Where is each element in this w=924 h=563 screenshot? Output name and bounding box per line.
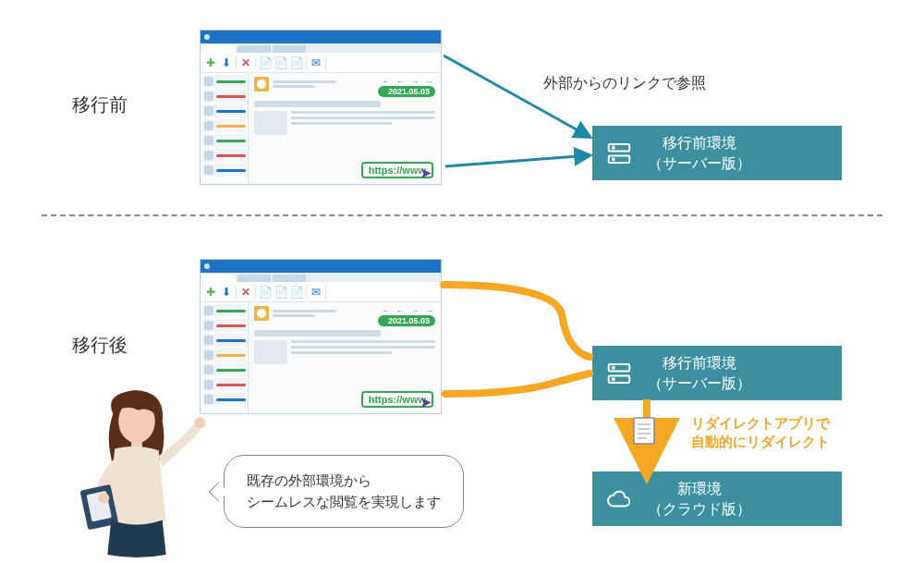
plus-icon: ✚ — [204, 56, 217, 69]
external-link-label: 外部からのリンクで参照 — [543, 74, 706, 93]
app-window-after: ✚ ⬇ ✕ 📄 📄 📄 ✉ ← ← — [200, 259, 442, 414]
mail-icon: ✉ — [310, 286, 322, 299]
url-box: https://www ➤ — [361, 162, 433, 178]
svg-point-10 — [194, 418, 205, 429]
redirect-line1: リダイレクトアプリで — [691, 414, 830, 433]
app-sidebar — [201, 302, 249, 413]
app-toolbar: ✚ ⬇ ✕ 📄 📄 📄 ✉ — [201, 282, 441, 302]
env-after-new-line2: （クラウド版） — [648, 499, 751, 520]
app-window-before: ✚ ⬇ ✕ 📄 📄 📄 ✉ ← ← — [200, 30, 442, 185]
arrow-after-top — [444, 285, 590, 357]
svg-point-13 — [98, 493, 109, 504]
env-before-server: 移行前環境 （サーバー版） — [592, 126, 842, 180]
app-main: ← ← → → 2021.05.03 https://www ➤ — [249, 302, 441, 413]
app-titlebar — [201, 31, 441, 43]
doc-icon: 📄 — [274, 56, 287, 69]
svg-point-3 — [613, 158, 614, 160]
label-before: 移行前 — [72, 92, 128, 117]
doc-icon: 📄 — [259, 286, 272, 299]
env-after-old-server: 移行前環境 （サーバー版） — [592, 346, 842, 400]
nav-arrows: ← ← → → — [382, 306, 435, 315]
delete-icon: ✕ — [239, 56, 252, 69]
app-sidebar — [201, 73, 249, 184]
plus-icon: ✚ — [204, 286, 217, 299]
download-icon: ⬇ — [220, 56, 233, 69]
cursor-icon: ➤ — [420, 165, 432, 180]
svg-point-5 — [613, 366, 614, 368]
cloud-icon — [603, 483, 635, 515]
app-tabs — [201, 43, 441, 53]
delete-icon: ✕ — [239, 286, 252, 299]
env-after-new-line1: 新環境 — [648, 479, 751, 499]
date-badge: 2021.05.03 — [378, 315, 435, 326]
bubble-line2: シームレスな閲覧を実現します — [247, 492, 441, 513]
doc-icon: 📄 — [290, 286, 303, 299]
download-icon: ⬇ — [220, 286, 233, 299]
env-before-line2: （サーバー版） — [648, 153, 751, 174]
app-toolbar: ✚ ⬇ ✕ 📄 📄 📄 ✉ — [201, 53, 441, 73]
thumbnail — [254, 111, 287, 135]
arrow-before-top — [444, 55, 590, 137]
speech-bubble: 既存の外部環境から シームレスな閲覧を実現します — [224, 455, 464, 528]
person-illustration — [67, 385, 205, 558]
env-after-new-cloud: 新環境 （クラウド版） — [592, 471, 842, 526]
bubble-line1: 既存の外部環境から — [247, 471, 441, 492]
document-icon — [634, 418, 654, 444]
svg-point-1 — [613, 146, 614, 148]
server-icon — [603, 138, 635, 169]
avatar-icon — [254, 77, 269, 92]
url-box: https://www ➤ — [361, 391, 433, 408]
doc-icon: 📄 — [290, 56, 303, 69]
svg-point-7 — [613, 378, 614, 380]
thumbnail — [254, 340, 287, 364]
arrow-before-url — [445, 155, 590, 166]
env-after-old-line2: （サーバー版） — [648, 373, 751, 394]
label-after: 移行後 — [72, 333, 128, 358]
nav-arrows: ← ← → → — [382, 77, 435, 86]
arrow-after-url — [445, 373, 590, 394]
doc-icon: 📄 — [259, 56, 272, 69]
app-main: ← ← → → 2021.05.03 https://www ➤ — [249, 73, 441, 184]
svg-rect-14 — [634, 418, 654, 444]
server-icon — [603, 358, 635, 389]
app-tabs — [201, 273, 441, 282]
redirect-line2: 自動的にリダイレクト — [691, 433, 830, 451]
mail-icon: ✉ — [310, 56, 322, 69]
date-badge: 2021.05.03 — [378, 86, 435, 97]
app-titlebar — [201, 260, 441, 273]
section-divider — [42, 214, 882, 216]
cursor-icon: ➤ — [420, 395, 432, 410]
env-after-old-line1: 移行前環境 — [648, 353, 751, 373]
redirect-label: リダイレクトアプリで 自動的にリダイレクト — [691, 414, 830, 450]
env-before-line1: 移行前環境 — [648, 133, 751, 153]
doc-icon: 📄 — [274, 286, 287, 299]
avatar-icon — [254, 306, 269, 321]
